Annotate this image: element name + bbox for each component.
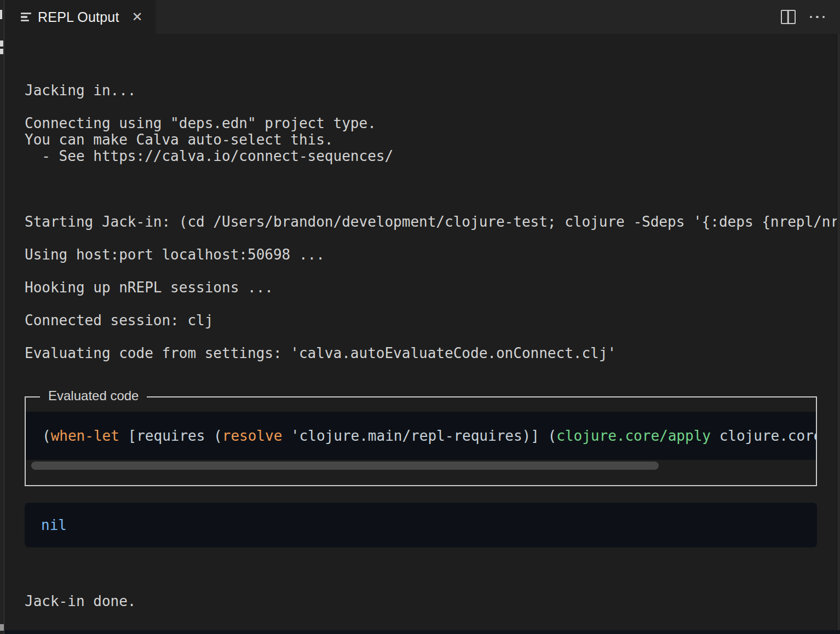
console-line-link: - See https://calva.io/connect-sequences…: [25, 148, 393, 164]
code-token: [requires (: [119, 428, 222, 444]
close-icon[interactable]: ✕: [129, 9, 146, 25]
code-token-function: clojure.core/apply: [556, 428, 711, 444]
console-line: Hooking up nREPL sessions ...: [25, 279, 273, 296]
left-editor-group-divider: [0, 0, 4, 634]
code-token-keyword: resolve: [222, 428, 283, 444]
console-line: Starting Jack-in: (cd /Users/brandon/dev…: [25, 214, 839, 230]
bottom-panel-edge: [0, 630, 840, 634]
tab-repl-output[interactable]: REPL Output ✕: [4, 0, 156, 34]
evaluated-code-fieldset: Evaluated code (when-let [requires (reso…: [25, 396, 817, 486]
console-line: Connecting using "deps.edn" project type…: [25, 115, 376, 131]
console-line: Jacking in...: [25, 82, 136, 99]
eval-result-value: nil: [41, 517, 67, 533]
clipped-corner-fragment: [0, 624, 4, 631]
console-line: Jack-in done.: [25, 593, 136, 609]
evaluated-code-line: (when-let [requires (resolve 'clojure.ma…: [42, 427, 816, 445]
console-line: Connected session: clj: [25, 312, 213, 328]
editor-actions: [781, 0, 825, 34]
console-line: Using host:port localhost:50698 ...: [25, 246, 325, 263]
code-token: 'clojure.main/repl-requires)] (: [282, 428, 556, 444]
console-line: You can make Calva auto-select this.: [25, 131, 333, 148]
code-token: (: [42, 428, 51, 444]
clipped-ui-fragment: [0, 10, 2, 19]
code-token: clojure.core/re: [711, 428, 816, 444]
editor-tab-bar: REPL Output ✕: [0, 0, 840, 34]
split-editor-icon[interactable]: [781, 10, 796, 24]
evaluated-code-block[interactable]: (when-let [requires (resolve 'clojure.ma…: [26, 412, 816, 460]
clipped-text-fragment: [0, 41, 3, 47]
horizontal-scrollbar-thumb[interactable]: [31, 462, 659, 470]
console-line: Evaluating code from settings: 'calva.au…: [25, 345, 616, 361]
right-scroll-gutter: [837, 34, 840, 630]
evaluated-code-legend: Evaluated code: [40, 388, 147, 404]
more-actions-icon[interactable]: [810, 10, 825, 24]
clipped-text-fragment: [0, 49, 3, 54]
eval-result-box: nil: [25, 503, 817, 547]
code-token-keyword: when-let: [51, 428, 119, 444]
repl-output-icon: [21, 13, 31, 21]
tab-title: REPL Output: [38, 9, 119, 25]
